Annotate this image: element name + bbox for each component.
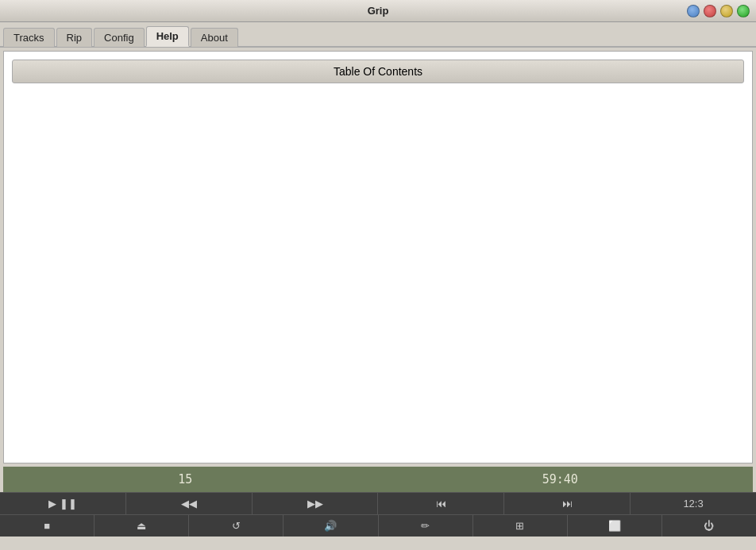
main-content: Table Of Contents bbox=[3, 51, 753, 463]
maximize-button[interactable] bbox=[737, 5, 750, 17]
counter-display: 12:3 bbox=[631, 492, 756, 514]
status-bar: 15 59:40 bbox=[3, 467, 753, 492]
playlist-button[interactable]: ⊞ bbox=[473, 514, 568, 537]
titlebar: Grip bbox=[0, 0, 756, 22]
tab-rip[interactable]: Rip bbox=[56, 28, 93, 47]
tab-config[interactable]: Config bbox=[94, 28, 145, 47]
transport-bottom-row: ■ ⏏ ↺ 🔊 ✏ ⊞ ⬜ ⏻ bbox=[0, 514, 756, 537]
window-controls bbox=[687, 5, 750, 17]
toc-button[interactable]: Table Of Contents bbox=[12, 60, 744, 83]
skip-back-button[interactable]: ⏮ bbox=[378, 492, 504, 514]
stop-button[interactable]: ■ bbox=[0, 514, 94, 537]
edit-button[interactable]: ✏ bbox=[379, 514, 473, 537]
eject-button[interactable]: ⏏ bbox=[94, 514, 189, 537]
volume-button[interactable]: 🔊 bbox=[284, 514, 378, 537]
tab-about[interactable]: About bbox=[191, 28, 238, 47]
track-number: 15 bbox=[178, 472, 192, 487]
minimize-button[interactable] bbox=[687, 5, 700, 17]
loop-button[interactable]: ↺ bbox=[189, 514, 284, 537]
window-button[interactable]: ⬜ bbox=[568, 514, 662, 537]
fast-forward-button[interactable]: ▶▶ bbox=[253, 492, 379, 514]
shade-button[interactable] bbox=[720, 5, 733, 17]
rewind-button[interactable]: ◀◀ bbox=[126, 492, 253, 514]
tab-help[interactable]: Help bbox=[146, 26, 189, 47]
time-display: 59:40 bbox=[542, 472, 578, 487]
close-button[interactable] bbox=[704, 5, 716, 17]
play-pause-button[interactable]: ▶ ❚❚ bbox=[0, 492, 126, 514]
app-title: Grip bbox=[368, 5, 389, 17]
tab-bar: Tracks Rip Config Help About bbox=[0, 22, 756, 48]
skip-forward-button[interactable]: ⏭ bbox=[504, 492, 631, 514]
tab-tracks[interactable]: Tracks bbox=[3, 28, 55, 47]
transport-top-row: ▶ ❚❚ ◀◀ ▶▶ ⏮ ⏭ 12:3 bbox=[0, 492, 756, 514]
power-button[interactable]: ⏻ bbox=[662, 514, 756, 537]
